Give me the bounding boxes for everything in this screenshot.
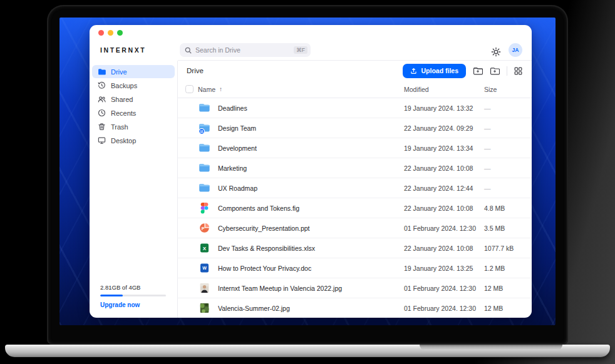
table-row[interactable]: PCybersecurity_Presentation.ppt01 Februa… (178, 218, 532, 238)
sidebar-item-backups[interactable]: Backups (92, 79, 175, 92)
sidebar-item-shared[interactable]: Shared (92, 93, 175, 106)
sidebar-item-label: Recents (111, 109, 136, 117)
file-size: — (484, 164, 524, 172)
column-header-name[interactable]: Name ↑ (198, 86, 404, 93)
table-header: Name ↑ Modified Size (178, 81, 532, 98)
photo-person-icon (198, 281, 218, 295)
select-all-checkbox[interactable] (185, 85, 194, 93)
search-shortcut-badge: ⌘F (294, 46, 308, 54)
page-background: INTERNXT ⌘F JA (0, 0, 615, 364)
storage-widget: 2.81GB of 4GB Upgrade now (100, 284, 166, 308)
file-modified: 01 February 2024. 12:30 (404, 305, 484, 312)
search-icon (185, 47, 192, 54)
table-row[interactable]: Design Team22 January 2024. 09:29— (178, 118, 532, 138)
window-brand-zone: INTERNXT (90, 25, 178, 61)
file-name: Valencia-Summer-02.jpg (218, 305, 404, 312)
laptop-screen: INTERNXT ⌘F JA (47, 5, 568, 345)
upload-folder-icon[interactable] (473, 66, 483, 76)
folder-icon (198, 161, 218, 174)
file-name: UX Roadmap (218, 185, 404, 192)
storage-usage-text: 2.81GB of 4GB (100, 284, 166, 291)
svg-text:X: X (203, 246, 207, 251)
zoom-window-button[interactable] (117, 30, 123, 36)
table-row[interactable]: Valencia-Summer-02.jpg01 February 2024. … (178, 298, 532, 318)
sidebar-item-trash[interactable]: Trash (92, 120, 175, 133)
figma-icon (198, 201, 218, 215)
file-table-body: Deadlines19 January 2024. 13:32—Design T… (178, 98, 532, 318)
storage-progress-fill (100, 295, 123, 296)
table-row[interactable]: WHow to Protect Your Privacy.doc19 Janua… (178, 258, 532, 278)
sidebar-nav: Drive Backups Shared Recents (90, 65, 177, 147)
excel-icon: X (198, 241, 218, 255)
grid-view-icon[interactable] (514, 67, 522, 75)
file-modified: 19 January 2024. 13:34 (404, 144, 484, 152)
app-window: INTERNXT ⌘F JA (90, 25, 532, 318)
minimize-window-button[interactable] (108, 30, 113, 36)
column-header-size[interactable]: Size (484, 86, 524, 93)
table-row[interactable]: Components and Tokens.fig22 January 2024… (178, 198, 532, 218)
file-size: 4.8 MB (484, 205, 524, 212)
file-size: — (484, 124, 524, 132)
close-window-button[interactable] (98, 30, 104, 36)
table-row[interactable]: Internxt Team Meetup in Valencia 2022.jp… (178, 278, 532, 298)
upload-files-label: Upload files (421, 67, 458, 74)
svg-text:P: P (202, 226, 205, 231)
upload-icon (410, 68, 417, 74)
internxt-logo: INTERNXT (100, 46, 146, 54)
search-bar[interactable]: ⌘F (180, 43, 311, 57)
file-size: 12 MB (484, 285, 524, 292)
clock-icon (98, 109, 106, 117)
create-folder-icon[interactable] (490, 66, 500, 76)
laptop-base (5, 345, 610, 357)
table-row[interactable]: XDev Tasks & Responsibilities.xlsx22 Jan… (178, 238, 532, 258)
file-modified: 22 January 2024. 09:29 (404, 124, 484, 132)
file-modified: 22 January 2024. 10:08 (404, 205, 484, 212)
sidebar-item-drive[interactable]: Drive (92, 65, 175, 78)
upload-files-button[interactable]: Upload files (403, 64, 466, 78)
file-size: — (484, 185, 524, 192)
table-row[interactable]: Deadlines19 January 2024. 13:32— (178, 98, 532, 118)
settings-gear-icon[interactable] (491, 47, 501, 57)
file-name: Internxt Team Meetup in Valencia 2022.jp… (218, 285, 404, 292)
file-table: Name ↑ Modified Size Deadlines19 January… (178, 81, 532, 318)
word-icon: W (198, 261, 218, 275)
sidebar-item-label: Trash (111, 123, 128, 131)
file-size: 12 MB (484, 305, 524, 312)
photo-nature-icon (198, 301, 218, 315)
file-name: Development (218, 144, 404, 152)
folder-icon (198, 181, 218, 195)
upgrade-now-link[interactable]: Upgrade now (100, 301, 166, 308)
table-row[interactable]: Development19 January 2024. 13:34— (178, 138, 532, 158)
svg-text:W: W (202, 266, 207, 270)
trash-icon (98, 123, 106, 131)
file-size: — (484, 144, 524, 152)
file-modified: 22 January 2024. 10:08 (404, 245, 484, 252)
file-name: Dev Tasks & Responsibilities.xlsx (218, 245, 404, 252)
people-icon (98, 95, 106, 103)
sidebar-item-label: Desktop (111, 137, 136, 144)
file-modified: 22 January 2024. 12:44 (404, 185, 484, 192)
file-name: How to Protect Your Privacy.doc (218, 265, 404, 272)
table-row[interactable]: UX Roadmap22 January 2024. 12:44— (178, 178, 532, 198)
file-modified: 19 January 2024. 13:25 (404, 265, 484, 272)
file-name: Cybersecurity_Presentation.ppt (218, 225, 404, 232)
file-name: Marketing (218, 164, 404, 172)
breadcrumb-title: Drive (187, 67, 204, 74)
sidebar-item-label: Backups (111, 82, 137, 89)
sidebar-item-desktop[interactable]: Desktop (92, 134, 175, 147)
file-name: Design Team (218, 124, 404, 132)
sidebar-item-recents[interactable]: Recents (92, 106, 175, 119)
file-modified: 22 January 2024. 10:08 (404, 164, 484, 172)
table-row[interactable]: Marketing22 January 2024. 10:08— (178, 158, 532, 178)
file-name: Deadlines (218, 104, 404, 112)
traffic-lights (98, 30, 123, 36)
desktop-wallpaper: INTERNXT ⌘F JA (59, 18, 556, 325)
column-header-modified[interactable]: Modified (404, 86, 484, 93)
folder-icon (198, 101, 218, 114)
topbar: ⌘F JA (178, 25, 532, 61)
search-input[interactable] (195, 46, 290, 54)
toolbar-actions: Upload files (403, 64, 522, 78)
file-name: Components and Tokens.fig (218, 205, 404, 212)
sort-arrow-icon: ↑ (219, 86, 222, 93)
user-avatar[interactable]: JA (509, 43, 522, 57)
